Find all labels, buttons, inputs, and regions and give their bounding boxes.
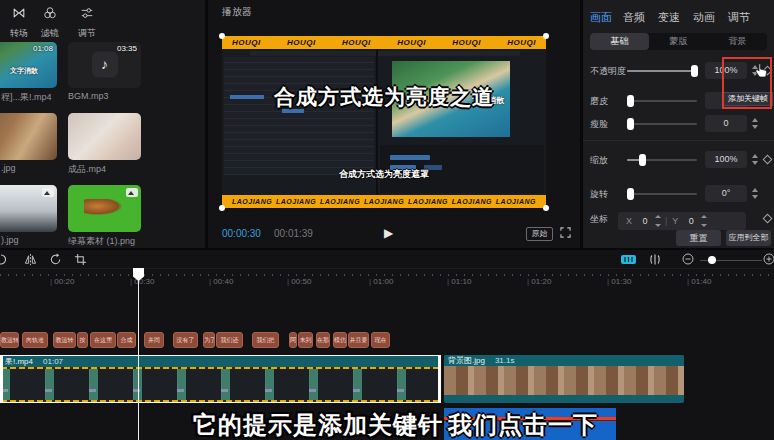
properties-panel: 画面 音频 变速 动画 调节 基础 蒙版 背景 不透明度 100% 磨皮 0 瘦… — [583, 0, 774, 248]
media-item-video-1[interactable]: 01:08 文字消散 — [0, 42, 57, 88]
media-item-greenscreen[interactable] — [68, 185, 141, 232]
scale-slider[interactable] — [627, 159, 697, 161]
subtitle-segment[interactable]: 为了 — [203, 332, 215, 348]
rotation-stepper[interactable] — [751, 185, 760, 202]
clip-trim-handle-right[interactable] — [438, 355, 441, 403]
scale-value[interactable]: 100% — [705, 151, 747, 168]
subtab-mask[interactable]: 蒙版 — [649, 33, 708, 50]
banner-text: HOUQI — [452, 38, 481, 47]
player-controls: 00:00:30 00:01:39 ▶ 原始 — [208, 224, 580, 244]
subtitle-segment[interactable]: 向轨道 — [22, 332, 48, 348]
y-stepper[interactable] — [700, 214, 708, 228]
slider-knob[interactable] — [639, 154, 646, 166]
preview-axis-icon[interactable] — [620, 253, 637, 266]
apply-to-all-button[interactable]: 应用到全部 — [726, 230, 771, 246]
keyframe-diamond-icon[interactable] — [763, 155, 773, 165]
slim-face-stepper[interactable] — [751, 115, 760, 132]
x-value[interactable]: 0 — [636, 216, 654, 226]
mirror-icon[interactable] — [24, 253, 37, 266]
rotation-value[interactable]: 0° — [705, 185, 747, 202]
tab-speed[interactable]: 变速 — [658, 10, 680, 25]
subtitle-segment[interactable]: 我们还 — [216, 332, 243, 348]
media-item-image-2[interactable] — [0, 185, 57, 232]
subtitle-segment[interactable]: 阿 — [289, 332, 297, 348]
subtitle-segment[interactable]: 来到 — [298, 332, 313, 348]
reverse-icon[interactable] — [0, 253, 8, 266]
smooth-skin-slider[interactable] — [627, 100, 697, 102]
subtitle-segment[interactable]: 我们把 — [252, 332, 279, 348]
subtitle-segment[interactable]: 教运转 — [53, 332, 76, 348]
scale-stepper[interactable] — [751, 151, 760, 168]
x-stepper[interactable] — [654, 214, 662, 228]
zoom-slider-knob[interactable] — [708, 256, 716, 264]
media-duration: 03:35 — [117, 44, 137, 53]
subtab-basic[interactable]: 基础 — [590, 33, 649, 50]
adjust-tool[interactable]: 调节 — [70, 6, 104, 40]
media-item-label: .jpg — [1, 163, 59, 173]
slider-knob[interactable] — [627, 95, 634, 107]
slider-knob[interactable] — [627, 188, 634, 200]
filter-tool[interactable]: 滤镜 — [33, 6, 67, 40]
reset-button[interactable]: 重置 — [676, 230, 721, 246]
video-preview[interactable]: HOUQIHOUQIHOUQIHOUQIHOUQIHOUQI 文字消散 合成方式… — [222, 36, 546, 208]
slim-face-slider[interactable] — [627, 123, 697, 125]
tab-picture[interactable]: 画面 — [590, 10, 612, 25]
keyframe-diamond-icon[interactable] — [763, 214, 773, 224]
subtitle-segment[interactable]: 在那 — [316, 332, 330, 348]
subtitle-segment[interactable]: 现在 — [371, 332, 390, 348]
subtitle-segment[interactable]: 按 — [77, 332, 88, 348]
slider-knob[interactable] — [627, 118, 634, 130]
media-item-audio[interactable]: 03:35 ♪ — [68, 42, 141, 88]
tab-adjust[interactable]: 调节 — [728, 10, 750, 25]
original-quality-button[interactable]: 原始 — [526, 227, 553, 241]
slim-face-value[interactable]: 0 — [705, 115, 747, 132]
media-item-label: 程]...果!.mp4 — [1, 91, 59, 104]
rotation-slider[interactable] — [627, 193, 697, 195]
rotate-icon[interactable] — [49, 253, 62, 266]
transform-handle[interactable] — [543, 205, 549, 211]
track-resize-icon[interactable] — [648, 253, 662, 266]
subtitle-segment[interactable]: 合成 — [117, 332, 136, 348]
subtitle-segment[interactable]: 模仿 — [333, 332, 347, 348]
slider-knob[interactable] — [691, 65, 698, 77]
banner-text: LAOJIANG — [452, 198, 492, 205]
transition-tool[interactable]: 转场 — [2, 6, 36, 40]
prop-label: 磨皮 — [590, 95, 608, 108]
opacity-slider[interactable] — [627, 70, 697, 72]
clip-trim-handle-left[interactable] — [0, 355, 3, 403]
subtitle-segment[interactable]: 在这里 — [90, 332, 116, 348]
clip-background-image[interactable]: 背景图.jpg31.1s — [444, 355, 684, 403]
banner-text: LAOJIANG — [320, 198, 360, 205]
subtab-background[interactable]: 背景 — [708, 33, 767, 50]
fullscreen-icon[interactable] — [560, 227, 571, 238]
clip-name: 背景图.jpg — [448, 356, 485, 365]
transform-handle[interactable] — [219, 205, 225, 211]
transition-icon — [2, 6, 36, 20]
prop-label: 缩放 — [590, 154, 608, 167]
media-item-video-2[interactable] — [68, 113, 141, 160]
tab-audio[interactable]: 音频 — [623, 10, 645, 25]
transform-handle[interactable] — [219, 33, 225, 39]
transform-handle[interactable] — [543, 33, 549, 39]
timeline-zoom-slider[interactable] — [700, 260, 762, 261]
total-duration: 00:01:39 — [274, 228, 313, 239]
media-item-image-1[interactable] — [0, 113, 57, 160]
timeline-ruler[interactable]: 00:2000:3000:4000:5001:0001:1001:2001:30… — [0, 268, 774, 288]
subtitle-segment[interactable]: 没有了 — [173, 332, 198, 348]
play-button[interactable]: ▶ — [384, 226, 393, 240]
coordinate-inputs[interactable]: X 0 | Y 0 — [618, 212, 746, 230]
filter-tool-label: 滤镜 — [41, 28, 59, 38]
tab-animation[interactable]: 动画 — [693, 10, 715, 25]
zoom-in-icon[interactable] — [763, 253, 774, 265]
preview-top-banner: HOUQIHOUQIHOUQIHOUQIHOUQIHOUQI — [222, 36, 546, 49]
crop-icon[interactable] — [74, 253, 87, 266]
y-value[interactable]: 0 — [682, 216, 700, 226]
music-note-icon: ♪ — [92, 51, 118, 77]
clip-selected[interactable]: 果!.mp401:07 — [0, 355, 441, 403]
zoom-out-icon[interactable] — [682, 253, 694, 265]
subtitle-segment[interactable]: 并且要 — [348, 332, 369, 348]
banner-text: HOUQI — [342, 38, 371, 47]
ruler-time-label: 01:20 — [527, 277, 551, 286]
subtitle-segment[interactable]: 并同 — [144, 332, 164, 348]
subtitle-segment[interactable]: 教运转 — [0, 332, 19, 348]
